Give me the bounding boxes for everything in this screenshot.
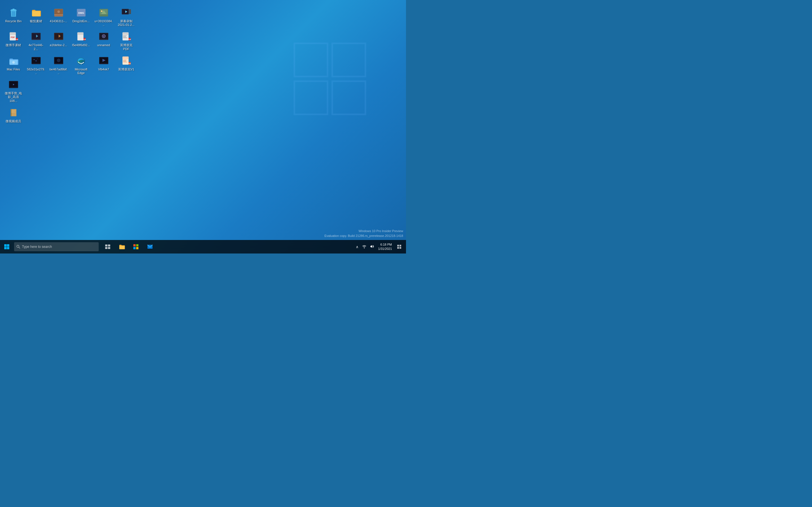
windows-start-icon [4, 244, 10, 249]
taskbar-search[interactable]: Type here to search [14, 242, 99, 251]
desktop-icon-book[interactable]: 微视频成员 [3, 106, 24, 124]
desktop-icon-vlb4xk7[interactable]: Vlb4xk7 [93, 54, 114, 76]
desktop-icon-screen-record[interactable]: 屏幕录制2021-01-2... [116, 6, 137, 28]
desktop-icon-582e[interactable]: 582e31e279... [26, 54, 47, 76]
mail-icon [147, 244, 153, 249]
desktop-icon-4e77[interactable]: 4e77e446-2... [26, 30, 47, 52]
svg-text:PDF: PDF [128, 39, 131, 40]
svg-rect-101 [400, 247, 401, 249]
svg-rect-3 [332, 81, 365, 114]
svg-rect-83 [7, 244, 10, 247]
mail-button[interactable] [143, 240, 157, 253]
weibo-material-icon: PDF PDF [8, 31, 19, 42]
start-button[interactable] [0, 240, 13, 253]
desktop-icon-weibo-material[interactable]: PDF PDF 微博手课材 [3, 30, 24, 52]
notification-button[interactable] [395, 240, 404, 253]
file-4e77-icon [31, 31, 42, 42]
svg-rect-81 [11, 112, 15, 113]
desktop-icon-u39193[interactable]: u=39193384... [93, 6, 114, 28]
svg-rect-68 [122, 56, 129, 59]
desktop-icon-edge[interactable]: e Microsoft Edge [70, 54, 92, 76]
desktop-icon-folder-material[interactable]: 银悦素材 [26, 6, 47, 28]
mac-files-label: Mac Files [7, 68, 20, 71]
icon-row-2: Mac Files 582e31e279... [3, 54, 137, 76]
search-icon [16, 245, 20, 249]
svg-point-61 [57, 59, 59, 61]
file-be467-label: be467ad9bif... [49, 68, 68, 75]
desktop-icon-yingbo-pdf[interactable]: PDF 英博朋克PDF [116, 30, 137, 52]
store-icon [133, 244, 139, 249]
svg-rect-25 [129, 12, 131, 13]
svg-rect-93 [136, 244, 139, 246]
svg-rect-84 [4, 247, 7, 249]
clock-time: 6:18 PM [380, 242, 392, 247]
dmg2dem-label: Dmg2dEm... [72, 19, 90, 23]
folder-material-icon [31, 7, 42, 18]
desktop-icon-mac-files[interactable]: Mac Files [3, 54, 24, 76]
svg-rect-2 [294, 81, 327, 114]
eval-text: Windows 10 Pro Insider Preview Evaluatio… [324, 229, 406, 238]
wifi-icon [362, 244, 366, 248]
clock-date: 1/31/2021 [378, 247, 392, 251]
svg-rect-80 [11, 111, 15, 112]
svg-rect-95 [136, 247, 139, 249]
svg-rect-91 [108, 247, 110, 249]
file-l5e48-icon: PDF [75, 31, 87, 42]
desktop-icon-dmg2dem[interactable]: DMG Dmg2dEm... [70, 6, 92, 28]
svg-rect-0 [294, 43, 327, 76]
recycle-bin-label: Recycle Bin [5, 19, 21, 23]
mac-files-icon [8, 55, 19, 66]
store-button[interactable] [129, 240, 143, 253]
icon-row-1: PDF PDF 微博手课材 4e77e446-2... [3, 30, 137, 52]
desktop-icon-be467[interactable]: be467ad9bif... [48, 54, 69, 76]
svg-rect-90 [105, 247, 107, 249]
icon-row-0: Recycle Bin 银悦素材 [3, 6, 137, 28]
desktop-icon-unnamed[interactable]: unnamed [93, 30, 114, 52]
svg-rect-99 [400, 245, 401, 246]
taskbar-right: ∧ [355, 240, 406, 253]
svg-text:PDF: PDF [11, 36, 15, 39]
vlb4xk7-label: Vlb4xk7 [98, 68, 109, 71]
svg-rect-1 [332, 43, 365, 76]
clock-area[interactable]: 6:18 PM 1/31/2021 [376, 242, 394, 252]
search-placeholder: Type here to search [22, 245, 52, 249]
desktop-icon-a1f[interactable]: a1fdefee-2... [48, 30, 69, 52]
desktop-icon-l5e48[interactable]: PDF l5e48f6d92... [70, 30, 92, 52]
svg-rect-85 [7, 247, 10, 249]
svg-rect-47 [123, 36, 126, 36]
taskbar: Type here to search [0, 240, 406, 253]
yingbo-v1-icon: PDF [121, 55, 132, 66]
u39193-label: u=39193384... [94, 19, 113, 27]
svg-rect-100 [397, 247, 399, 249]
svg-line-87 [19, 247, 20, 249]
yingbo-pdf-icon: PDF [121, 31, 132, 42]
svg-rect-69 [123, 60, 126, 60]
volume-icon[interactable] [369, 244, 375, 250]
screen-record-icon [121, 7, 132, 18]
desktop-icon-yingbo-v1[interactable]: PDF 英博朋克V1 [116, 54, 137, 76]
svg-rect-48 [123, 37, 126, 37]
svg-rect-89 [108, 244, 110, 246]
svg-rect-71 [123, 62, 127, 62]
tray-expand-button[interactable]: ∧ [355, 244, 359, 249]
svg-rect-27 [10, 33, 16, 35]
unnamed-icon [98, 31, 109, 42]
edge-label: Microsoft Edge [72, 68, 90, 75]
svg-rect-5 [10, 10, 17, 11]
desktop-icon-weibo-shou[interactable]: ▶ 微博手势_电影_高清108... [3, 78, 24, 104]
file-4e77-label: 4e77e446-2... [27, 43, 45, 51]
file-explorer-button[interactable] [115, 240, 129, 253]
file-a1f-label: a1fdefee-2... [50, 43, 67, 47]
network-icon[interactable] [361, 244, 367, 250]
svg-rect-98 [397, 245, 399, 246]
desktop-icons-area: Recycle Bin 银悦素材 [0, 3, 140, 127]
eval-line2: Evaluation copy. Build 21286.rs_prerelea… [324, 233, 403, 238]
svg-marker-97 [370, 245, 372, 248]
task-view-button[interactable] [101, 240, 114, 253]
unnamed-label: unnamed [97, 43, 110, 47]
desktop-icon-41436[interactable]: 41436311-... [48, 6, 69, 28]
desktop-icon-recycle-bin[interactable]: Recycle Bin [3, 6, 24, 28]
svg-rect-82 [4, 244, 7, 247]
task-view-icon [105, 244, 110, 249]
icon-row-4: 微视频成员 [3, 106, 137, 124]
